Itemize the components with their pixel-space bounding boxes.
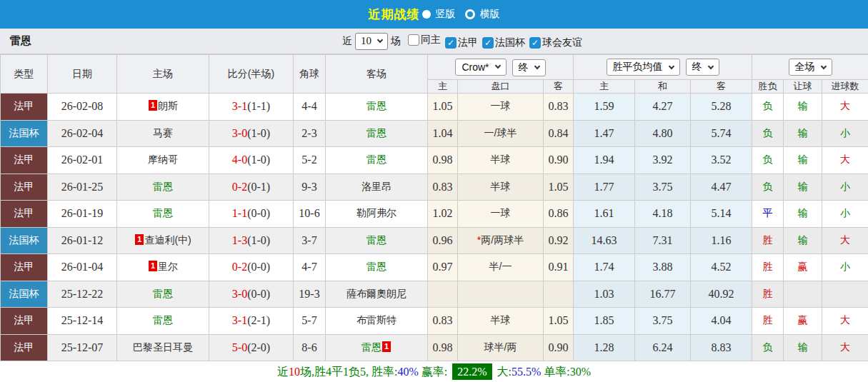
handicap-cell: 半球 <box>458 308 544 335</box>
summary-bar: 近10场,胜4平1负5, 胜率:40% 赢率: 22.2% 大:55.5% 单率… <box>0 361 868 382</box>
table-row: 法国杯26-01-121查迪利(中)1-3(1-0)3-7雷恩0.96*两/两球… <box>1 227 868 254</box>
checkbox-label: 法甲 <box>458 36 478 49</box>
filter-bar: 雷恩 近 10 场 同主✓法甲✓法国杯✓球会友谊 <box>0 29 868 54</box>
subheader-handicap: 盘口 <box>458 80 544 94</box>
chevron-down-icon <box>707 63 713 69</box>
checked-checkbox-icon[interactable]: ✓ <box>445 37 457 49</box>
horizontal-radio-icon[interactable] <box>465 9 475 19</box>
avg-away-cell: 5.74 <box>691 120 752 147</box>
average-time-select[interactable]: 终 <box>686 59 719 76</box>
filter-checkbox-coupe-de-france[interactable]: ✓法国杯 <box>482 36 525 49</box>
corners-cell: 19-3 <box>294 281 326 308</box>
handicap-result-cell <box>784 281 822 308</box>
scope-select[interactable]: 全场 <box>789 59 832 76</box>
vertical-radio-label[interactable]: 竖版 <box>436 8 456 21</box>
team-label: 朗斯 <box>158 100 178 111</box>
avg-draw-cell: 7.31 <box>635 227 691 254</box>
away-team-cell: 布雷斯特 <box>326 308 428 335</box>
handicap-cell: *两/两球半 <box>458 227 544 254</box>
team-label: 雷恩 <box>366 154 386 165</box>
away-team-cell: 雷恩 <box>326 147 428 174</box>
score-cell: 3-1(1-1) <box>209 94 294 121</box>
checked-checkbox-icon[interactable]: ✓ <box>529 37 541 49</box>
team-label: 雷恩 <box>366 234 386 246</box>
header-away: 客场 <box>326 55 428 94</box>
table-row: 法甲26-02-01摩纳哥4-0(1-0)5-2雷恩0.98半球0.901.94… <box>1 147 868 174</box>
home-team-cell: 1查迪利(中) <box>117 227 209 254</box>
avg-draw-cell: 4.27 <box>635 94 691 121</box>
avg-draw-cell: 6.24 <box>635 334 691 361</box>
away-team-cell: 洛里昂 <box>326 174 428 201</box>
goals-cell: 大 <box>822 334 868 361</box>
date-cell: 25-12-22 <box>48 281 117 308</box>
result-cell: 胜 <box>752 281 784 308</box>
avg-home-cell: 14.63 <box>574 227 635 254</box>
date-cell: 26-01-19 <box>48 201 117 228</box>
near-label: 近 <box>342 35 352 48</box>
odds-away-cell <box>544 281 574 308</box>
odds-away-cell: 0.92 <box>544 227 574 254</box>
odds-home-cell <box>428 281 458 308</box>
match-type-cell: 法国杯 <box>1 120 48 147</box>
table-row: 法甲26-01-041里尔0-2(0-0)4-7雷恩0.97半/一0.911.7… <box>1 254 868 281</box>
filter-checkbox-same-home[interactable]: 同主 <box>408 34 441 46</box>
date-cell: 26-01-25 <box>48 174 117 201</box>
summary-segment: 10 <box>289 366 300 378</box>
match-type-cell: 法甲 <box>1 334 48 361</box>
unchecked-checkbox-icon[interactable] <box>408 34 419 46</box>
odds-home-cell: 0.98 <box>428 334 458 361</box>
chevron-down-icon <box>820 63 826 69</box>
red-card-badge: 1 <box>149 100 157 111</box>
team-label: 勒阿弗尔 <box>356 207 396 218</box>
red-card-badge: 1 <box>382 341 391 352</box>
average-type-select[interactable]: 胜平负均值 <box>607 59 680 76</box>
away-team-cell: 雷恩 <box>326 227 428 254</box>
odds-home-cell: 1.04 <box>428 120 458 147</box>
odds-time-select[interactable]: 终 <box>512 59 546 76</box>
team-label: 雷恩 <box>366 100 386 111</box>
header-score: 比分(半场) <box>209 55 294 94</box>
checkbox-list: 同主✓法甲✓法国杯✓球会友谊 <box>404 34 582 49</box>
subheader-avg-away: 客 <box>691 80 752 94</box>
match-count-value: 10 <box>361 35 371 47</box>
team-label: 雷恩 <box>153 314 173 326</box>
odds-time-value: 终 <box>519 61 529 74</box>
away-team-cell: 勒阿弗尔 <box>326 201 428 228</box>
result-cell: 负 <box>752 120 784 147</box>
handicap-cell: 半球 <box>458 174 544 201</box>
subheader-avg-home: 主 <box>574 80 635 94</box>
date-cell: 25-12-07 <box>48 334 117 361</box>
handicap-result-cell: 输 <box>784 120 822 147</box>
home-team-cell: 马赛 <box>117 120 209 147</box>
matches-label: 场 <box>391 35 401 48</box>
goals-cell: 大 <box>822 227 868 254</box>
checked-checkbox-icon[interactable]: ✓ <box>482 37 494 49</box>
chevron-down-icon <box>377 37 383 43</box>
checkbox-label: 同主 <box>421 34 441 46</box>
horizontal-radio-label[interactable]: 横版 <box>480 8 500 21</box>
home-team-cell: 1里尔 <box>117 254 209 281</box>
away-team-cell: 雷恩 <box>326 94 428 121</box>
odds-source-select[interactable]: Crow* <box>455 59 506 76</box>
team-label: 雷恩 <box>153 181 173 192</box>
avg-home-cell: 1.59 <box>574 94 635 121</box>
goals-cell: 大 <box>822 308 868 335</box>
home-team-cell: 雷恩 <box>117 201 209 228</box>
match-count-select[interactable]: 10 <box>355 33 388 50</box>
match-type-cell: 法甲 <box>1 147 48 174</box>
vertical-radio-selected-icon[interactable] <box>422 10 431 19</box>
handicap-cell: 球半/两 <box>458 334 544 361</box>
date-cell: 26-01-04 <box>48 254 117 281</box>
filter-checkbox-club-friendly[interactable]: ✓球会友谊 <box>529 36 582 49</box>
goals-cell: 大 <box>822 147 868 174</box>
filter-checkbox-ligue1[interactable]: ✓法甲 <box>445 36 478 49</box>
away-team-cell: 雷恩1 <box>326 334 428 361</box>
team-label: 雷恩 <box>153 288 173 299</box>
odds-away-cell: 1.05 <box>544 174 574 201</box>
score-cell: 4-0(1-0) <box>209 147 294 174</box>
chevron-down-icon <box>534 64 539 69</box>
red-card-badge: 1 <box>135 234 144 245</box>
checkbox-label: 法国杯 <box>495 36 525 49</box>
avg-home-cell: 1.77 <box>574 174 635 201</box>
match-type-cell: 法甲 <box>1 94 48 121</box>
